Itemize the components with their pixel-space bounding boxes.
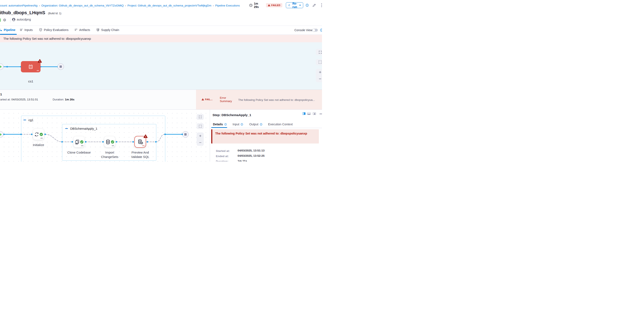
stage-graph-canvas: </> cs1	[0, 42, 322, 90]
step-panel-title: Step: DBSchemaApply_1	[212, 113, 251, 117]
step-details-panel: Step: DBSchemaApply_1 Details Input Outp…	[210, 110, 322, 162]
breadcrumb-separator: ›	[212, 4, 215, 7]
layout-float-icon[interactable]	[313, 112, 316, 115]
shield-check-icon	[39, 28, 42, 32]
status-badge: FAILED	[266, 3, 282, 7]
marquee-icon	[199, 125, 202, 128]
detail-row-started: Started at: 04/03/2025, 13:51:13	[216, 149, 230, 153]
panel-tab-details[interactable]: Details	[213, 123, 227, 126]
gear-icon: ⚙	[3, 18, 6, 23]
console-view-label: Console View	[294, 29, 312, 32]
step-node-clone-codebase[interactable]: </>	[74, 136, 84, 147]
list-plus-icon	[74, 28, 78, 32]
breadcrumb-separator: ›	[38, 4, 41, 7]
stage-node-cs1[interactable]: </>	[21, 61, 40, 72]
tab-inputs[interactable]: Inputs	[20, 28, 33, 32]
stage-graph-edges	[0, 42, 322, 90]
tab-pipeline[interactable]: Pipeline	[0, 28, 16, 32]
elapsed-time: 1m 29s	[254, 2, 262, 9]
stage-summary-row: 1 arted at: 04/03/2025, 13:51:01 Duratio…	[0, 90, 322, 110]
policy-banner-text: The following Policy Set was not adhered…	[3, 37, 91, 40]
edit-pencil-icon[interactable]	[312, 3, 316, 7]
detail-row-duration: Duration: 1m 11s	[216, 159, 228, 162]
zoom-out-button[interactable]	[318, 76, 322, 82]
build-id: (Build Id: 1)	[48, 12, 62, 15]
plus-icon	[318, 71, 322, 74]
minimize-icon[interactable]	[320, 114, 322, 114]
step-node-preview-validate-sql[interactable]: </>	[134, 136, 146, 148]
tab-artifacts[interactable]: Artifacts	[74, 28, 90, 32]
fullscreen-button[interactable]	[197, 114, 204, 120]
breadcrumb-organization[interactable]: Organization: Github_db_devops_aut_db_sc…	[41, 4, 124, 7]
breadcrumb-account[interactable]: count: automationPipelinesNg	[0, 4, 38, 7]
shield-share-icon	[96, 28, 100, 32]
success-check-icon	[111, 140, 114, 144]
step-node-initialize[interactable]: </>	[33, 129, 44, 140]
zoom-out-button[interactable]	[199, 139, 202, 146]
panel-tab-output[interactable]: Output	[249, 123, 262, 126]
step-label-import-changesets: Import ChangeSets	[97, 150, 123, 159]
stage-label[interactable]: cs1	[22, 80, 39, 83]
panel-tabs-border	[210, 128, 322, 128]
pipeline-execution-page: count: automationPipelinesNg › Organizat…	[0, 0, 322, 162]
marquee-select-button[interactable]	[316, 59, 322, 65]
kebab-menu-icon[interactable]	[321, 3, 322, 8]
zoom-in-button[interactable]	[318, 69, 322, 76]
panel-tab-input[interactable]: Input	[232, 123, 243, 126]
tab-policy-evaluations[interactable]: Policy Evaluations	[39, 28, 68, 32]
status-strip	[0, 19, 1, 22]
warning-triangle-icon	[202, 98, 204, 101]
detail-row-ended: Ended at: 04/03/2025, 13:52:25	[216, 154, 229, 158]
tab-pipeline-underline	[0, 34, 17, 35]
step-error-box: The following Policy Set was not adhered…	[211, 129, 319, 144]
step-label-preview-validate-sql: Preview And Validate SQL	[127, 150, 153, 159]
code-glyph: </>	[36, 70, 39, 72]
refresh-icon	[288, 4, 290, 7]
panel-tab-execution-context[interactable]: Execution Context	[268, 123, 293, 126]
ci-stage-icon	[28, 64, 34, 70]
error-summary-value: The following Policy Set was not adhered…	[238, 98, 322, 102]
breadcrumb-separator: ›	[124, 4, 128, 7]
info-icon	[260, 123, 262, 126]
title-row: ithub_dbops_LHqmS (Build Id: 1)	[0, 10, 209, 17]
step-label-clone-codebase: Clone Codebase	[66, 150, 92, 155]
plus-icon	[199, 134, 202, 137]
warning-triangle-icon	[268, 4, 270, 7]
code-glyph: </>	[112, 145, 114, 147]
step-label-initialize: Initialize	[26, 143, 52, 147]
zoom-in-button[interactable]	[199, 132, 202, 139]
success-check-icon	[40, 133, 43, 136]
zoom-controls	[197, 132, 204, 146]
breadcrumb: count: automationPipelinesNg › Organizat…	[0, 3, 240, 8]
rerun-button[interactable]: Re-run	[286, 2, 303, 8]
layout-right-icon[interactable]	[302, 112, 306, 115]
layout-bottom-icon[interactable]	[307, 112, 310, 115]
clock-icon	[249, 4, 253, 7]
tab-supply-chain[interactable]: Supply Chain	[96, 28, 119, 32]
fullscreen-icon	[319, 51, 322, 54]
marquee-select-button[interactable]	[197, 123, 204, 129]
pipeline-icon	[0, 28, 2, 32]
info-icon[interactable]	[320, 29, 322, 32]
policy-violation-banner: The following Policy Set was not adhered…	[0, 35, 322, 42]
fullscreen-button[interactable]	[316, 49, 322, 55]
breadcrumb-project[interactable]: Project: Github_db_devops_aut_db_schema_…	[128, 4, 211, 7]
console-view-toggle[interactable]	[312, 29, 318, 32]
sync-icon	[34, 132, 40, 137]
step-error-text: The following Policy Set was not adhered…	[212, 129, 319, 138]
inputs-icon	[20, 28, 23, 32]
warning-triangle-icon	[38, 59, 42, 63]
fail-badge: FAIL...	[202, 98, 213, 101]
zoom-controls	[316, 69, 322, 82]
trigger-user: autocdpng	[17, 18, 31, 21]
database-check-icon	[137, 139, 143, 145]
stage-duration: Duration: 1m 26s	[53, 98, 74, 101]
code-glyph: </>	[81, 145, 83, 147]
meta-divider	[10, 17, 10, 23]
info-icon	[240, 123, 243, 126]
page-title: ithub_dbops_LHqmS	[0, 10, 45, 15]
info-icon[interactable]	[306, 4, 309, 7]
minus-icon	[318, 77, 322, 81]
step-node-import-changesets[interactable]: </>	[104, 136, 115, 147]
breadcrumb-pipeline-executions[interactable]: Pipeline Executions	[215, 4, 240, 7]
